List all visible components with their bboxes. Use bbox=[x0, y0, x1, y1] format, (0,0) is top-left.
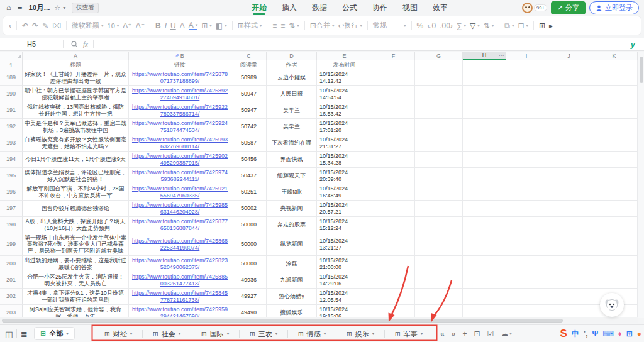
font-name-select[interactable]: 微软雅黑▾ bbox=[72, 21, 104, 30]
format-painter-icon[interactable]: ✎ bbox=[42, 21, 48, 30]
cell-author[interactable]: 吴学兰 bbox=[267, 119, 317, 135]
header-cell-G[interactable] bbox=[415, 60, 463, 70]
assistant-mascot-button[interactable] bbox=[600, 293, 624, 317]
ai-assistant-icon[interactable]: y bbox=[631, 40, 635, 49]
empty-cell[interactable] bbox=[463, 86, 506, 102]
header-cell-J[interactable] bbox=[547, 60, 591, 70]
cell-reads[interactable]: 50456 bbox=[231, 152, 267, 168]
empty-cell[interactable] bbox=[506, 272, 547, 289]
empty-cell[interactable] bbox=[372, 256, 415, 272]
empty-cell[interactable] bbox=[547, 152, 591, 168]
sheet-tab-all[interactable]: ⊞ 全部 ▾ bbox=[34, 327, 75, 340]
cell-author[interactable]: 界面快讯 bbox=[267, 152, 317, 168]
cell-reads[interactable]: 50000 bbox=[231, 217, 267, 233]
favorite-star-icon[interactable]: ☆ bbox=[54, 4, 60, 12]
empty-cell[interactable] bbox=[372, 119, 415, 135]
fx-icon[interactable]: fx bbox=[83, 40, 88, 48]
cell-link[interactable]: https://www.toutiao.com/item/74259247518… bbox=[129, 119, 231, 135]
empty-cell[interactable] bbox=[415, 201, 463, 217]
empty-cell[interactable] bbox=[463, 184, 506, 201]
cell-link[interactable]: https://www.toutiao.com/item/74258780717… bbox=[129, 70, 231, 86]
empty-cell[interactable] bbox=[547, 217, 591, 233]
empty-cell[interactable] bbox=[372, 102, 415, 119]
empty-cell[interactable] bbox=[591, 70, 638, 86]
cell-author[interactable]: 下次看海约在哪 bbox=[267, 135, 317, 152]
sum-icon[interactable]: ∑▾ bbox=[457, 21, 466, 30]
fill-color-icon[interactable]: ◧▾ bbox=[216, 21, 227, 30]
cell-author[interactable]: 人民日报 bbox=[267, 86, 317, 102]
cell-title[interactable]: 才播4集，拿下评分9.1，这是10月份第一部让我熬夜狂追的黑马剧 bbox=[23, 289, 129, 305]
empty-cell[interactable] bbox=[591, 233, 638, 256]
empty-cell[interactable] bbox=[506, 119, 547, 135]
column-header-J[interactable]: J bbox=[547, 52, 591, 60]
header-cell-B[interactable]: 链接 bbox=[129, 60, 231, 70]
cell-reads[interactable]: 50000 bbox=[231, 256, 267, 272]
prev-sheets-icon[interactable]: « bbox=[440, 329, 445, 338]
undo-icon[interactable]: ↶ bbox=[22, 21, 28, 30]
empty-cell[interactable] bbox=[372, 272, 415, 289]
cell-time[interactable]: 10/15/2024 21:00:00 bbox=[317, 256, 372, 272]
empty-cell[interactable] bbox=[547, 184, 591, 201]
column-header-B[interactable]: ∞B bbox=[129, 52, 231, 60]
empty-cell[interactable] bbox=[372, 289, 415, 305]
empty-cell[interactable] bbox=[506, 135, 547, 152]
cell-time[interactable]: 10/15/2024 20:39:40 bbox=[317, 168, 372, 184]
borders-icon[interactable]: ⊞▾ bbox=[201, 21, 212, 30]
cell-reads[interactable]: 49927 bbox=[231, 289, 267, 305]
header-cell-D[interactable]: 作者 bbox=[267, 60, 317, 70]
sidebar-toggle-icon[interactable]: ◫ bbox=[5, 325, 13, 342]
cell-reads[interactable]: 49936 bbox=[231, 272, 267, 289]
task-check-icon[interactable]: ☑ bbox=[487, 329, 494, 338]
empty-cell[interactable] bbox=[547, 102, 591, 119]
empty-cell[interactable] bbox=[372, 135, 415, 152]
cell-author[interactable]: 涂磊 bbox=[267, 256, 317, 272]
empty-cell[interactable] bbox=[372, 168, 415, 184]
cell-link[interactable]: https://www.toutiao.com/item/74259936327… bbox=[129, 135, 231, 152]
column-header-A[interactable]: A bbox=[23, 52, 129, 60]
chinese-mode-icon[interactable]: 中 bbox=[572, 325, 579, 342]
cell-link[interactable]: https://www.toutiao.com/item/74259227803… bbox=[129, 102, 231, 119]
increase-decimal-icon[interactable]: .00› bbox=[440, 21, 453, 30]
decrease-decimal-icon[interactable]: ‹.0 bbox=[427, 21, 436, 30]
add-sheet-button[interactable]: + bbox=[462, 329, 467, 338]
cell-link[interactable]: https://www.toutiao.com/item/74259024952… bbox=[129, 152, 231, 168]
cell-reads[interactable]: 50989 bbox=[231, 70, 267, 86]
empty-cell[interactable] bbox=[372, 201, 415, 217]
empty-cell[interactable] bbox=[591, 86, 638, 102]
home-icon[interactable]: ⌂ bbox=[6, 0, 11, 15]
empty-cell[interactable] bbox=[415, 119, 463, 135]
cell-title[interactable]: 国台办驳斥赖清德台独谬论 bbox=[23, 201, 129, 217]
empty-cell[interactable] bbox=[506, 201, 547, 217]
sheet-list-icon[interactable]: ≣ bbox=[21, 325, 28, 342]
cell-link[interactable]: https://www.toutiao.com/item/74258922746… bbox=[129, 86, 231, 102]
cell-time[interactable]: 10/15/2024 16:48:49 bbox=[317, 184, 372, 201]
empty-cell[interactable] bbox=[506, 102, 547, 119]
cell-title[interactable]: 媒体报道李兰娟发言，评论区已经删完，好人沉默是社会的痛！ bbox=[23, 168, 129, 184]
empty-cell[interactable] bbox=[591, 272, 638, 289]
align-vertical-icon[interactable]: ≡ bbox=[280, 21, 285, 30]
empty-cell[interactable] bbox=[463, 102, 506, 119]
cell-time[interactable]: 10/15/2024 16:53:42 bbox=[317, 102, 372, 119]
empty-cell[interactable] bbox=[547, 135, 591, 152]
cell-title[interactable]: 朝中社：朝方已掌握证据显示韩国军方是侵犯朝鲜首都上空的肇事者 bbox=[23, 86, 129, 102]
empty-cell[interactable] bbox=[547, 70, 591, 86]
cell-title[interactable]: 中美是斗是和？美军已做选择，重启二战机场，3遍挑战书发往中国 bbox=[23, 119, 129, 135]
select-all-corner[interactable] bbox=[0, 52, 23, 60]
sort-icon[interactable]: ⇅▾ bbox=[484, 21, 494, 30]
tray-app-icon[interactable]: ● bbox=[637, 325, 641, 342]
cell-title[interactable]: 解放军刚围台军演，不到24小时，28国不许收台，中方直接反将一军 bbox=[23, 184, 129, 201]
font-size-select[interactable]: 10▾ bbox=[108, 22, 119, 30]
toolbox-icon[interactable]: ⊞ bbox=[626, 325, 633, 342]
cell-time[interactable]: 10/15/2024 15:34:28 bbox=[317, 152, 372, 168]
empty-cell[interactable] bbox=[506, 217, 547, 233]
cell-name-box[interactable]: H5 bbox=[0, 40, 63, 48]
header-cell-H[interactable] bbox=[463, 60, 506, 70]
cell-time[interactable]: 10/15/2024 13:21:27 bbox=[317, 233, 372, 256]
merge-cells-button[interactable]: ⊡合并▾ bbox=[310, 21, 335, 30]
vertical-scrollbar-thumb[interactable] bbox=[640, 57, 643, 83]
align-horizontal-icon[interactable]: ≡ bbox=[272, 21, 277, 30]
menu-tab-数据[interactable]: 数据 bbox=[312, 1, 327, 14]
cell-author[interactable]: 云边小鲤娱 bbox=[267, 70, 317, 86]
empty-cell[interactable] bbox=[415, 184, 463, 201]
more-toolbar-icon[interactable]: ▸ bbox=[549, 21, 553, 30]
